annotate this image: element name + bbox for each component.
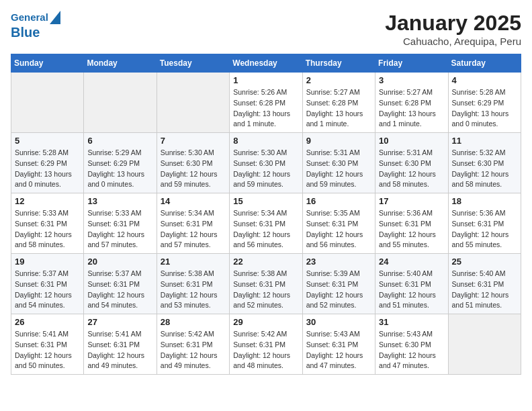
day-number: 4 [452, 75, 517, 85]
calendar-cell: 31Sunrise: 5:43 AMSunset: 6:30 PMDayligh… [375, 314, 448, 375]
calendar-cell: 21Sunrise: 5:38 AMSunset: 6:31 PMDayligh… [157, 254, 229, 314]
day-number: 28 [161, 317, 226, 327]
day-info: Sunrise: 5:30 AMSunset: 6:30 PMDaylight:… [233, 148, 298, 190]
calendar-cell: 15Sunrise: 5:34 AMSunset: 6:31 PMDayligh… [230, 193, 302, 254]
day-info: Sunrise: 5:31 AMSunset: 6:30 PMDaylight:… [306, 148, 371, 190]
day-number: 19 [15, 257, 80, 267]
day-number: 16 [306, 196, 371, 206]
day-info: Sunrise: 5:35 AMSunset: 6:31 PMDaylight:… [306, 208, 371, 250]
calendar-cell: 16Sunrise: 5:35 AMSunset: 6:31 PMDayligh… [302, 193, 375, 254]
day-info: Sunrise: 5:41 AMSunset: 6:31 PMDaylight:… [15, 329, 80, 371]
calendar-cell: 20Sunrise: 5:37 AMSunset: 6:31 PMDayligh… [84, 254, 157, 314]
day-number: 5 [15, 136, 80, 146]
calendar-cell: 10Sunrise: 5:31 AMSunset: 6:30 PMDayligh… [375, 133, 448, 193]
day-number: 17 [379, 196, 444, 206]
day-number: 22 [233, 257, 298, 267]
calendar-cell: 14Sunrise: 5:34 AMSunset: 6:31 PMDayligh… [157, 193, 229, 254]
calendar-week-row: 1Sunrise: 5:26 AMSunset: 6:28 PMDaylight… [11, 73, 521, 133]
day-info: Sunrise: 5:41 AMSunset: 6:31 PMDaylight:… [87, 329, 152, 371]
day-number: 30 [306, 317, 371, 327]
weekday-header-sunday: Sunday [11, 54, 84, 73]
calendar-cell: 25Sunrise: 5:40 AMSunset: 6:31 PMDayligh… [448, 254, 521, 314]
day-number: 21 [161, 257, 226, 267]
calendar-cell [11, 73, 84, 133]
weekday-header-friday: Friday [375, 54, 448, 73]
calendar-cell: 19Sunrise: 5:37 AMSunset: 6:31 PMDayligh… [11, 254, 84, 314]
day-number: 23 [306, 257, 371, 267]
month-title: January 2025 [385, 11, 521, 36]
day-number: 20 [87, 257, 152, 267]
calendar-cell: 18Sunrise: 5:36 AMSunset: 6:31 PMDayligh… [448, 193, 521, 254]
day-number: 18 [452, 196, 517, 206]
day-info: Sunrise: 5:26 AMSunset: 6:28 PMDaylight:… [233, 87, 298, 130]
calendar-cell: 27Sunrise: 5:41 AMSunset: 6:31 PMDayligh… [84, 314, 157, 375]
calendar-cell [84, 73, 157, 133]
svg-marker-0 [50, 11, 60, 24]
day-info: Sunrise: 5:43 AMSunset: 6:31 PMDaylight:… [306, 329, 371, 371]
day-info: Sunrise: 5:38 AMSunset: 6:31 PMDaylight:… [233, 269, 298, 311]
weekday-header-wednesday: Wednesday [230, 54, 302, 73]
day-number: 27 [87, 317, 152, 327]
day-info: Sunrise: 5:43 AMSunset: 6:30 PMDaylight:… [379, 329, 444, 371]
title-block: January 2025 Cahuacho, Arequipa, Peru [385, 11, 521, 47]
logo: General Blue [11, 11, 60, 40]
day-info: Sunrise: 5:34 AMSunset: 6:31 PMDaylight:… [161, 208, 226, 250]
weekday-header-saturday: Saturday [448, 54, 521, 73]
calendar-week-row: 19Sunrise: 5:37 AMSunset: 6:31 PMDayligh… [11, 254, 521, 314]
calendar-cell [157, 73, 229, 133]
calendar-cell [448, 314, 521, 375]
calendar-week-row: 26Sunrise: 5:41 AMSunset: 6:31 PMDayligh… [11, 314, 521, 375]
day-info: Sunrise: 5:40 AMSunset: 6:31 PMDaylight:… [379, 269, 444, 311]
day-number: 15 [233, 196, 298, 206]
day-number: 13 [87, 196, 152, 206]
day-info: Sunrise: 5:27 AMSunset: 6:28 PMDaylight:… [306, 87, 371, 130]
day-info: Sunrise: 5:37 AMSunset: 6:31 PMDaylight:… [15, 269, 80, 311]
calendar-week-row: 5Sunrise: 5:28 AMSunset: 6:29 PMDaylight… [11, 133, 521, 193]
day-number: 3 [379, 75, 444, 85]
day-info: Sunrise: 5:39 AMSunset: 6:31 PMDaylight:… [306, 269, 371, 311]
day-number: 11 [452, 136, 517, 146]
day-info: Sunrise: 5:30 AMSunset: 6:30 PMDaylight:… [161, 148, 226, 190]
day-info: Sunrise: 5:36 AMSunset: 6:31 PMDaylight:… [452, 208, 517, 250]
logo-text: General Blue [11, 11, 60, 40]
page-header: General Blue January 2025 Cahuacho, Areq… [11, 11, 521, 47]
day-number: 9 [306, 136, 371, 146]
calendar-cell: 26Sunrise: 5:41 AMSunset: 6:31 PMDayligh… [11, 314, 84, 375]
day-number: 10 [379, 136, 444, 146]
logo-blue: Blue [11, 24, 60, 40]
calendar-cell: 1Sunrise: 5:26 AMSunset: 6:28 PMDaylight… [230, 73, 302, 133]
weekday-header-thursday: Thursday [302, 54, 375, 73]
calendar-cell: 30Sunrise: 5:43 AMSunset: 6:31 PMDayligh… [302, 314, 375, 375]
day-info: Sunrise: 5:34 AMSunset: 6:31 PMDaylight:… [233, 208, 298, 250]
calendar-cell: 17Sunrise: 5:36 AMSunset: 6:31 PMDayligh… [375, 193, 448, 254]
day-number: 26 [15, 317, 80, 327]
day-number: 12 [15, 196, 80, 206]
day-info: Sunrise: 5:33 AMSunset: 6:31 PMDaylight:… [87, 208, 152, 250]
day-number: 8 [233, 136, 298, 146]
day-info: Sunrise: 5:37 AMSunset: 6:31 PMDaylight:… [87, 269, 152, 311]
calendar-cell: 23Sunrise: 5:39 AMSunset: 6:31 PMDayligh… [302, 254, 375, 314]
day-number: 2 [306, 75, 371, 85]
calendar-cell: 11Sunrise: 5:32 AMSunset: 6:30 PMDayligh… [448, 133, 521, 193]
calendar-cell: 4Sunrise: 5:28 AMSunset: 6:29 PMDaylight… [448, 73, 521, 133]
day-info: Sunrise: 5:36 AMSunset: 6:31 PMDaylight:… [379, 208, 444, 250]
calendar-cell: 28Sunrise: 5:42 AMSunset: 6:31 PMDayligh… [157, 314, 229, 375]
day-info: Sunrise: 5:32 AMSunset: 6:30 PMDaylight:… [452, 148, 517, 190]
calendar-cell: 5Sunrise: 5:28 AMSunset: 6:29 PMDaylight… [11, 133, 84, 193]
day-info: Sunrise: 5:29 AMSunset: 6:29 PMDaylight:… [87, 148, 152, 190]
day-info: Sunrise: 5:27 AMSunset: 6:28 PMDaylight:… [379, 87, 444, 130]
weekday-header-tuesday: Tuesday [157, 54, 229, 73]
calendar-cell: 22Sunrise: 5:38 AMSunset: 6:31 PMDayligh… [230, 254, 302, 314]
calendar-cell: 8Sunrise: 5:30 AMSunset: 6:30 PMDaylight… [230, 133, 302, 193]
calendar-table: SundayMondayTuesdayWednesdayThursdayFrid… [11, 54, 521, 375]
day-info: Sunrise: 5:33 AMSunset: 6:31 PMDaylight:… [15, 208, 80, 250]
logo-triangle-icon [50, 11, 60, 24]
day-info: Sunrise: 5:42 AMSunset: 6:31 PMDaylight:… [161, 329, 226, 371]
day-info: Sunrise: 5:40 AMSunset: 6:31 PMDaylight:… [452, 269, 517, 311]
day-info: Sunrise: 5:28 AMSunset: 6:29 PMDaylight:… [15, 148, 80, 190]
calendar-header-row: SundayMondayTuesdayWednesdayThursdayFrid… [11, 54, 521, 73]
calendar-cell: 7Sunrise: 5:30 AMSunset: 6:30 PMDaylight… [157, 133, 229, 193]
day-number: 7 [161, 136, 226, 146]
location-subtitle: Cahuacho, Arequipa, Peru [385, 36, 521, 47]
day-number: 25 [452, 257, 517, 267]
